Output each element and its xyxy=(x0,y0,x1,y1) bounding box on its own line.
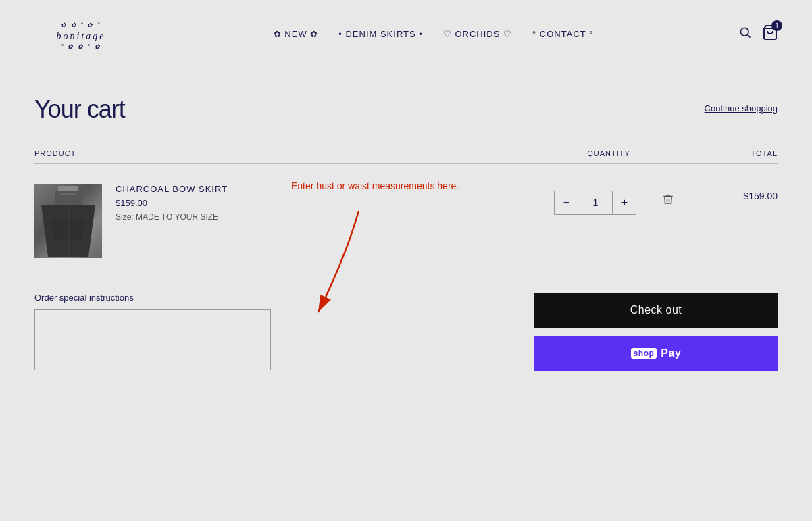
svg-point-3 xyxy=(740,28,748,36)
main-nav: ✿ NEW ✿ • DENIM SKIRTS • ♡ ORCHIDS ♡ ° C… xyxy=(274,29,594,39)
item-total-section: $159.00 xyxy=(676,184,778,201)
quantity-value: 1 xyxy=(578,191,612,215)
svg-text:✿ ✿ ° ✿ °: ✿ ✿ ° ✿ ° xyxy=(61,22,101,28)
shop-icon: shop xyxy=(631,348,657,359)
delete-item-button[interactable] xyxy=(660,189,676,209)
nav-denim[interactable]: • DENIM SKIRTS • xyxy=(338,29,423,39)
search-icon[interactable] xyxy=(738,26,752,43)
cart-table-header: PRODUCT QUANTITY TOTAL xyxy=(34,144,778,164)
main-content: Your cart Continue shopping PRODUCT QUAN… xyxy=(1,68,811,400)
item-size: Size: MADE TO YOUR SIZE xyxy=(116,212,528,222)
nav-contact[interactable]: ° CONTACT ° xyxy=(532,29,593,39)
column-product: PRODUCT xyxy=(34,149,541,157)
site-header: ✿ ✿ ° ✿ ° bonitage ° ✿ ✿ ° ✿ ✿ NEW ✿ • D… xyxy=(0,0,812,68)
pay-text: Pay xyxy=(661,347,681,359)
shoppay-logo: shop Pay xyxy=(631,347,682,359)
instructions-label: Order special instructions xyxy=(34,293,507,303)
product-image xyxy=(34,184,102,258)
checkout-section: Check out shop Pay xyxy=(534,293,778,373)
svg-text:bonitage: bonitage xyxy=(57,31,106,41)
svg-rect-6 xyxy=(58,186,78,191)
item-price: $159.00 xyxy=(116,198,528,208)
header-icons: 1 xyxy=(738,24,778,43)
quantity-increase-button[interactable]: + xyxy=(612,191,636,215)
instructions-textarea[interactable] xyxy=(34,309,271,370)
column-total: TOTAL xyxy=(676,149,778,157)
item-details: CHARCOAL BOW SKIRT $159.00 Size: MADE TO… xyxy=(116,184,541,222)
cart-header: Your cart Continue shopping xyxy=(34,95,778,124)
cart-bottom: Order special instructions Check out sho… xyxy=(34,272,778,373)
shoppay-button[interactable]: shop Pay xyxy=(534,336,778,371)
quantity-decrease-button[interactable]: − xyxy=(554,191,578,215)
svg-text:° ✿ ✿ ° ✿: ° ✿ ✿ ° ✿ xyxy=(61,43,101,50)
quantity-controls: − 1 + xyxy=(541,191,650,215)
quantity-section: − 1 + xyxy=(541,184,676,215)
instructions-section: Order special instructions xyxy=(34,293,507,373)
nav-orchids[interactable]: ♡ ORCHIDS ♡ xyxy=(443,29,512,39)
column-quantity: QUANTITY xyxy=(541,149,676,157)
svg-rect-11 xyxy=(61,193,75,195)
cart-title: Your cart xyxy=(34,95,125,124)
checkout-button[interactable]: Check out xyxy=(534,293,778,328)
item-name: CHARCOAL BOW SKIRT xyxy=(116,184,528,194)
nav-new[interactable]: ✿ NEW ✿ xyxy=(274,29,319,39)
logo[interactable]: ✿ ✿ ° ✿ ° bonitage ° ✿ ✿ ° ✿ xyxy=(34,14,128,54)
cart-item: CHARCOAL BOW SKIRT $159.00 Size: MADE TO… xyxy=(34,170,778,272)
cart-badge: 1 xyxy=(771,20,782,31)
continue-shopping-link[interactable]: Continue shopping xyxy=(705,103,778,114)
cart-icon[interactable]: 1 xyxy=(762,24,778,43)
item-total: $159.00 xyxy=(743,191,778,201)
svg-line-4 xyxy=(748,34,751,37)
